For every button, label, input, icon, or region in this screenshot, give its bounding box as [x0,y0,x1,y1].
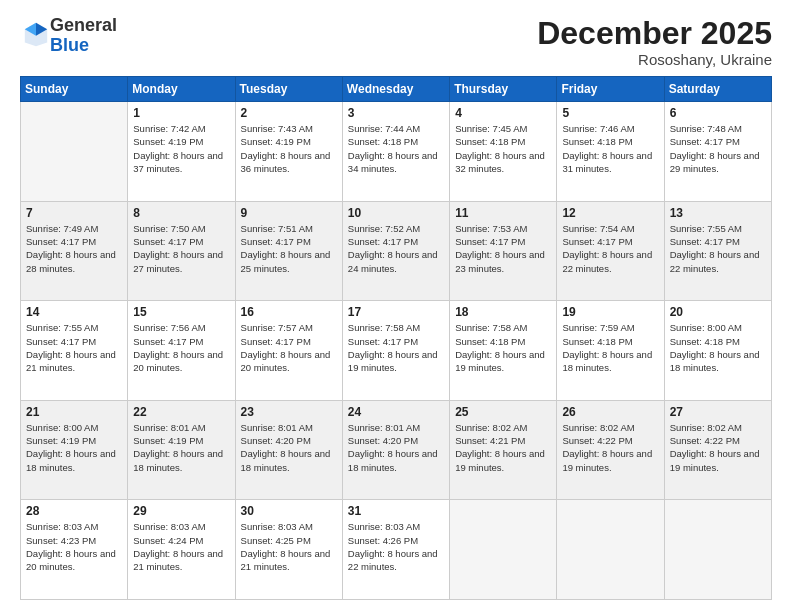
day-number: 3 [348,106,445,120]
calendar-cell: 28Sunrise: 8:03 AMSunset: 4:23 PMDayligh… [21,500,128,600]
day-number: 26 [562,405,659,419]
cell-text: Sunrise: 7:49 AMSunset: 4:17 PMDaylight:… [26,222,123,275]
calendar-cell: 22Sunrise: 8:01 AMSunset: 4:19 PMDayligh… [128,400,235,500]
cell-text: Sunrise: 7:55 AMSunset: 4:17 PMDaylight:… [670,222,767,275]
calendar-cell: 23Sunrise: 8:01 AMSunset: 4:20 PMDayligh… [235,400,342,500]
day-number: 8 [133,206,230,220]
day-number: 24 [348,405,445,419]
day-number: 6 [670,106,767,120]
calendar-week-row: 7Sunrise: 7:49 AMSunset: 4:17 PMDaylight… [21,201,772,301]
cell-text: Sunrise: 8:02 AMSunset: 4:22 PMDaylight:… [562,421,659,474]
calendar-col-monday: Monday [128,77,235,102]
calendar-cell: 7Sunrise: 7:49 AMSunset: 4:17 PMDaylight… [21,201,128,301]
calendar-col-sunday: Sunday [21,77,128,102]
calendar-cell [664,500,771,600]
calendar-week-row: 1Sunrise: 7:42 AMSunset: 4:19 PMDaylight… [21,102,772,202]
calendar-cell: 15Sunrise: 7:56 AMSunset: 4:17 PMDayligh… [128,301,235,401]
calendar-cell [557,500,664,600]
calendar-cell: 16Sunrise: 7:57 AMSunset: 4:17 PMDayligh… [235,301,342,401]
calendar-cell: 18Sunrise: 7:58 AMSunset: 4:18 PMDayligh… [450,301,557,401]
cell-text: Sunrise: 7:52 AMSunset: 4:17 PMDaylight:… [348,222,445,275]
day-number: 23 [241,405,338,419]
cell-text: Sunrise: 7:46 AMSunset: 4:18 PMDaylight:… [562,122,659,175]
calendar-cell: 19Sunrise: 7:59 AMSunset: 4:18 PMDayligh… [557,301,664,401]
calendar-col-thursday: Thursday [450,77,557,102]
calendar-cell: 12Sunrise: 7:54 AMSunset: 4:17 PMDayligh… [557,201,664,301]
calendar-cell: 20Sunrise: 8:00 AMSunset: 4:18 PMDayligh… [664,301,771,401]
cell-text: Sunrise: 7:58 AMSunset: 4:17 PMDaylight:… [348,321,445,374]
cell-text: Sunrise: 8:01 AMSunset: 4:20 PMDaylight:… [348,421,445,474]
calendar-col-tuesday: Tuesday [235,77,342,102]
calendar-cell: 31Sunrise: 8:03 AMSunset: 4:26 PMDayligh… [342,500,449,600]
day-number: 17 [348,305,445,319]
calendar-cell [21,102,128,202]
location: Rososhany, Ukraine [537,51,772,68]
day-number: 11 [455,206,552,220]
day-number: 25 [455,405,552,419]
calendar-cell: 5Sunrise: 7:46 AMSunset: 4:18 PMDaylight… [557,102,664,202]
day-number: 16 [241,305,338,319]
cell-text: Sunrise: 7:58 AMSunset: 4:18 PMDaylight:… [455,321,552,374]
cell-text: Sunrise: 7:42 AMSunset: 4:19 PMDaylight:… [133,122,230,175]
calendar-cell: 29Sunrise: 8:03 AMSunset: 4:24 PMDayligh… [128,500,235,600]
day-number: 4 [455,106,552,120]
cell-text: Sunrise: 8:03 AMSunset: 4:24 PMDaylight:… [133,520,230,573]
calendar-cell: 13Sunrise: 7:55 AMSunset: 4:17 PMDayligh… [664,201,771,301]
calendar-col-wednesday: Wednesday [342,77,449,102]
cell-text: Sunrise: 8:01 AMSunset: 4:20 PMDaylight:… [241,421,338,474]
calendar-cell: 3Sunrise: 7:44 AMSunset: 4:18 PMDaylight… [342,102,449,202]
calendar-cell: 24Sunrise: 8:01 AMSunset: 4:20 PMDayligh… [342,400,449,500]
day-number: 9 [241,206,338,220]
cell-text: Sunrise: 7:50 AMSunset: 4:17 PMDaylight:… [133,222,230,275]
logo-icon [22,20,50,48]
calendar-cell: 21Sunrise: 8:00 AMSunset: 4:19 PMDayligh… [21,400,128,500]
day-number: 29 [133,504,230,518]
day-number: 18 [455,305,552,319]
cell-text: Sunrise: 8:02 AMSunset: 4:21 PMDaylight:… [455,421,552,474]
cell-text: Sunrise: 7:57 AMSunset: 4:17 PMDaylight:… [241,321,338,374]
cell-text: Sunrise: 8:03 AMSunset: 4:25 PMDaylight:… [241,520,338,573]
day-number: 22 [133,405,230,419]
day-number: 13 [670,206,767,220]
calendar-table: SundayMondayTuesdayWednesdayThursdayFrid… [20,76,772,600]
day-number: 20 [670,305,767,319]
cell-text: Sunrise: 7:55 AMSunset: 4:17 PMDaylight:… [26,321,123,374]
cell-text: Sunrise: 7:45 AMSunset: 4:18 PMDaylight:… [455,122,552,175]
cell-text: Sunrise: 7:59 AMSunset: 4:18 PMDaylight:… [562,321,659,374]
page: General Blue December 2025 Rososhany, Uk… [0,0,792,612]
calendar-week-row: 14Sunrise: 7:55 AMSunset: 4:17 PMDayligh… [21,301,772,401]
cell-text: Sunrise: 7:43 AMSunset: 4:19 PMDaylight:… [241,122,338,175]
cell-text: Sunrise: 7:44 AMSunset: 4:18 PMDaylight:… [348,122,445,175]
calendar-cell [450,500,557,600]
calendar-week-row: 28Sunrise: 8:03 AMSunset: 4:23 PMDayligh… [21,500,772,600]
calendar-cell: 2Sunrise: 7:43 AMSunset: 4:19 PMDaylight… [235,102,342,202]
cell-text: Sunrise: 8:01 AMSunset: 4:19 PMDaylight:… [133,421,230,474]
cell-text: Sunrise: 7:54 AMSunset: 4:17 PMDaylight:… [562,222,659,275]
day-number: 12 [562,206,659,220]
day-number: 2 [241,106,338,120]
cell-text: Sunrise: 8:03 AMSunset: 4:26 PMDaylight:… [348,520,445,573]
day-number: 28 [26,504,123,518]
calendar-col-friday: Friday [557,77,664,102]
cell-text: Sunrise: 8:00 AMSunset: 4:19 PMDaylight:… [26,421,123,474]
day-number: 31 [348,504,445,518]
calendar-cell: 30Sunrise: 8:03 AMSunset: 4:25 PMDayligh… [235,500,342,600]
title-block: December 2025 Rososhany, Ukraine [537,16,772,68]
cell-text: Sunrise: 8:03 AMSunset: 4:23 PMDaylight:… [26,520,123,573]
day-number: 19 [562,305,659,319]
month-title: December 2025 [537,16,772,51]
cell-text: Sunrise: 8:02 AMSunset: 4:22 PMDaylight:… [670,421,767,474]
day-number: 27 [670,405,767,419]
calendar-cell: 8Sunrise: 7:50 AMSunset: 4:17 PMDaylight… [128,201,235,301]
cell-text: Sunrise: 7:48 AMSunset: 4:17 PMDaylight:… [670,122,767,175]
calendar-cell: 9Sunrise: 7:51 AMSunset: 4:17 PMDaylight… [235,201,342,301]
calendar-col-saturday: Saturday [664,77,771,102]
calendar-cell: 4Sunrise: 7:45 AMSunset: 4:18 PMDaylight… [450,102,557,202]
logo-general-text: General [50,15,117,35]
calendar-cell: 27Sunrise: 8:02 AMSunset: 4:22 PMDayligh… [664,400,771,500]
calendar-cell: 14Sunrise: 7:55 AMSunset: 4:17 PMDayligh… [21,301,128,401]
header: General Blue December 2025 Rososhany, Uk… [20,16,772,68]
calendar-week-row: 21Sunrise: 8:00 AMSunset: 4:19 PMDayligh… [21,400,772,500]
day-number: 10 [348,206,445,220]
calendar-cell: 6Sunrise: 7:48 AMSunset: 4:17 PMDaylight… [664,102,771,202]
